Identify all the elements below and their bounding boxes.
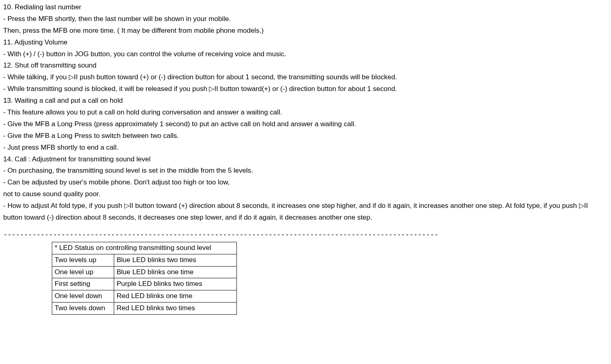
body-text: - Press the MFB shortly, then the last n… (3, 13, 608, 25)
body-text: - Give the MFB a Long Press (press appro… (3, 119, 608, 130)
desc-cell: Purple LED blinks two times (114, 278, 237, 290)
body-text: - Can be adjusted by user's mobile phone… (3, 177, 608, 188)
body-text: - How to adjust At fold type, if you pus… (3, 200, 608, 224)
section-heading-14: 14. Call : Adjustment for transmitting s… (3, 154, 608, 165)
level-cell: One level down (52, 290, 114, 303)
table-row: Two levels up Blue LED blinks two times (52, 254, 237, 266)
table-row: One level down Red LED blinks one time (52, 290, 237, 303)
level-cell: One level up (52, 266, 114, 278)
desc-cell: Red LED blinks two times (114, 303, 237, 315)
level-cell: Two levels down (52, 303, 114, 315)
body-text: - On purchasing, the transmitting sound … (3, 165, 608, 177)
table-row: First setting Purple LED blinks two time… (52, 278, 237, 290)
level-cell: First setting (52, 278, 114, 290)
body-text: not to cause sound quality poor. (3, 188, 608, 200)
level-cell: Two levels up (52, 254, 114, 266)
section-heading-13: 13. Waiting a call and put a call on hol… (3, 95, 608, 107)
body-text: - This feature allows you to put a call … (3, 107, 608, 119)
body-text: - Just press MFB shortly to end a call. (3, 142, 608, 154)
section-heading-12: 12. Shut off transmitting sound (3, 60, 608, 72)
section-heading-11: 11. Adjusting Volume (3, 37, 608, 49)
body-text: - Give the MFB a Long Press to switch be… (3, 130, 608, 142)
led-status-table: * LED Status on controlling transmitting… (52, 242, 237, 315)
desc-cell: Blue LED blinks one time (114, 266, 237, 278)
body-text: - While talking, if you ▷II push button … (3, 72, 608, 83)
table-header: * LED Status on controlling transmitting… (52, 242, 237, 254)
body-text: Then, press the MFB one more time. ( It … (3, 25, 608, 37)
desc-cell: Blue LED blinks two times (114, 254, 237, 266)
body-text: - While transmitting sound is blocked, i… (3, 83, 608, 95)
desc-cell: Red LED blinks one time (114, 290, 237, 303)
table-row: One level up Blue LED blinks one time (52, 266, 237, 278)
body-text: - With (+) / (-) button in JOG button, y… (3, 49, 608, 60)
section-heading-10: 10. Redialing last number (3, 2, 608, 13)
separator-line: ----------------------------------------… (3, 229, 608, 240)
table-row: Two levels down Red LED blinks two times (52, 303, 237, 315)
